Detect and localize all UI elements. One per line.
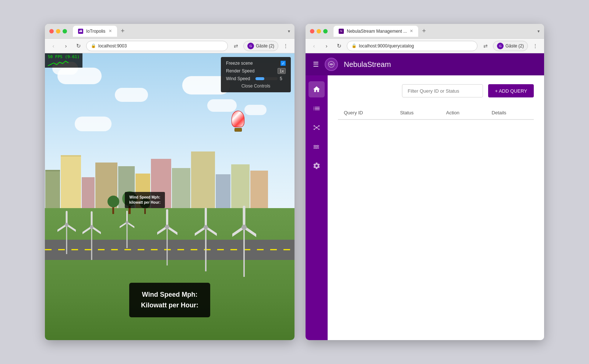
nebula-main-content: + ADD QUERY Query ID Status Action Detai… [328,75,544,340]
address-url-right: localhost:9000/querycatalog [359,43,414,49]
filter-query-input[interactable] [402,84,483,97]
col-status: Status [394,106,440,119]
balloon-body [232,111,244,127]
forward-button[interactable]: › [61,41,71,51]
wind-speed-row: Wind Speed 5 [226,76,286,81]
right-tab-dropdown-icon[interactable]: ▾ [537,29,540,34]
turbine-1 [57,203,76,254]
tab-nebula[interactable]: N NebulaStream Management ... ✕ [334,26,418,37]
tab-favicon-iotopolis: 🏙 [78,29,83,34]
new-tab-button[interactable]: + [119,27,127,35]
wind-speed-slider-fill [255,77,264,80]
freeze-scene-row: Freeze scene ✓ [226,61,286,66]
svg-line-36 [315,126,316,127]
right-close-window-button[interactable] [310,29,314,33]
svg-line-22 [206,227,217,238]
right-titlebar: N NebulaStream Management ... ✕ + ▾ [306,24,544,39]
svg-line-39 [317,128,318,129]
hot-air-balloon [232,111,244,132]
game-viewport[interactable]: Wind Speed Mph:kilowatt per Hour: Wind S… [45,53,294,340]
list-icon [313,104,321,113]
wind-speed-slider[interactable] [255,77,278,80]
col-action: Action [440,106,486,119]
tab-close-iotopolis[interactable]: ✕ [109,29,112,33]
wind-speed-label: Wind Speed [226,76,253,81]
more-options-icon[interactable]: ⋮ [281,41,291,51]
nebula-logo-icon [328,61,335,68]
traffic-lights [49,29,67,33]
right-traffic-lights [310,29,328,33]
controls-overlay: Freeze scene ✓ Render Speed 1x Wind Spee… [221,57,291,92]
left-browser: 🏙 IoTropolis ✕ + ▾ ‹ › ↻ 🔒 localhost:900… [45,24,294,340]
nebula-app: ☰ NebulaStream [306,53,544,340]
profile-avatar-right: G [497,43,504,49]
sidebar-item-nodes[interactable] [308,119,325,136]
tab-dropdown-icon[interactable]: ▾ [288,29,290,34]
maximize-window-button[interactable] [63,29,67,33]
svg-point-35 [318,129,320,130]
translate-icon[interactable]: ⇄ [231,41,241,51]
profile-button-left[interactable]: G Gäste (2) [243,41,278,51]
nebula-sidebar [306,75,328,340]
svg-point-33 [318,125,320,127]
right-new-tab-button[interactable]: + [420,27,428,35]
svg-point-4 [65,223,68,226]
profile-button-right[interactable]: G Gäste (2) [493,41,528,51]
address-bar-right[interactable]: 🔒 localhost:9000/querycatalog [347,41,477,51]
small-sign: Wind Speed Mph:kilowatt per Hour: [125,192,165,208]
right-minimize-window-button[interactable] [317,29,321,33]
svg-point-14 [126,221,128,224]
right-refresh-button[interactable]: ↻ [334,41,344,51]
render-speed-label: Render Speed [226,68,275,74]
close-controls-button[interactable]: Close Controls [226,83,286,89]
balloon-basket [234,128,242,132]
sidebar-item-queries[interactable] [308,100,325,117]
tab-title-iotopolis: IoTropolis [86,29,105,34]
add-query-button[interactable]: + ADD QUERY [488,84,534,97]
close-window-button[interactable] [49,29,54,33]
right-tab-bar: N NebulaStream Management ... ✕ + ▾ [334,26,540,37]
right-browser: N NebulaStream Management ... ✕ + ▾ ‹ › … [306,24,544,340]
settings-icon [313,162,321,170]
col-details: Details [486,106,534,119]
toolbar-actions-left: ⇄ G Gäste (2) ⋮ [231,41,291,51]
hamburger-menu-icon[interactable]: ☰ [313,60,319,68]
turbine-5 [195,198,217,271]
right-maximize-window-button[interactable] [323,29,328,33]
svg-line-37 [317,126,318,127]
right-address-lock-icon: 🔒 [352,43,357,48]
svg-point-32 [314,125,315,127]
nodes-icon [313,124,321,132]
sidebar-item-settings[interactable] [308,158,325,174]
sidebar-item-home[interactable] [308,81,325,97]
cloud-7 [75,117,112,131]
tab-bar: 🏙 IoTropolis ✕ + ▾ [73,26,290,37]
sign-line1: Wind Speed Mph: [142,291,198,298]
svg-point-29 [241,225,247,230]
turbine-4 [157,199,177,265]
refresh-button[interactable]: ↻ [74,41,83,51]
render-speed-select[interactable]: 1x [278,68,286,74]
svg-line-7 [92,227,101,235]
right-translate-icon[interactable]: ⇄ [480,41,491,51]
query-catalog-content: + ADD QUERY Query ID Status Action Detai… [328,75,544,340]
cloud-3 [115,88,148,102]
address-url-left: localhost:9003 [98,43,127,49]
sidebar-item-streams[interactable] [308,139,325,155]
right-back-button[interactable]: ‹ [309,41,319,51]
tab-close-nebula[interactable]: ✕ [410,29,413,33]
freeze-scene-checkbox[interactable]: ✓ [281,61,286,66]
tab-iotopolis[interactable]: 🏙 IoTropolis ✕ [73,26,117,37]
back-button[interactable]: ‹ [49,41,58,51]
minimize-window-button[interactable] [56,29,60,33]
wind-speed-sign: Wind Speed Mph: Kilowatt per Hour: [129,283,210,317]
right-forward-button[interactable]: › [322,41,331,51]
address-bar-left[interactable]: 🔒 localhost:9003 [86,41,228,51]
nebula-logo [325,58,338,71]
profile-avatar-left: G [247,43,254,49]
sign-line2: Kilowatt per Hour: [141,301,198,309]
cloud-6 [244,105,267,115]
right-more-options-icon[interactable]: ⋮ [530,41,540,51]
profile-label-right: Gäste (2) [505,43,524,49]
svg-line-23 [195,227,206,238]
